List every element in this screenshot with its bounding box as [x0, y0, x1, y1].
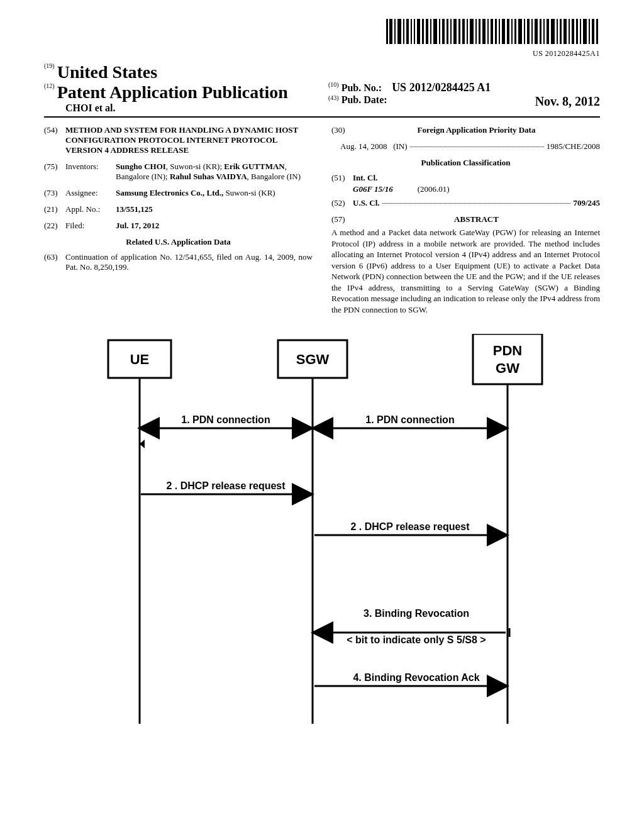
svg-rect-30	[507, 19, 509, 44]
svg-rect-26	[491, 19, 493, 44]
abstract-code: (57)	[331, 214, 353, 224]
svg-rect-52	[596, 19, 598, 44]
filed-code: (22)	[44, 221, 65, 231]
assignee-value: Samsung Electronics Co., Ltd., Suwon-si …	[116, 188, 313, 198]
svg-rect-44	[564, 19, 567, 44]
svg-rect-28	[499, 19, 500, 44]
svg-rect-34	[524, 19, 525, 44]
svg-rect-40	[547, 19, 549, 44]
authors-line: CHOI et al.	[44, 102, 316, 114]
assignee-label: Assignee:	[65, 188, 116, 198]
country: United States	[57, 62, 157, 82]
svg-rect-49	[583, 19, 587, 44]
svg-rect-23	[479, 19, 480, 44]
svg-rect-22	[475, 19, 477, 44]
inventors-value: Sungho CHOI, Suwon-si (KR); Erik GUTTMAN…	[116, 162, 313, 182]
svg-rect-25	[487, 19, 489, 44]
barcode: US 20120284425A1	[44, 19, 600, 58]
filed-value: Jul. 17, 2012	[116, 221, 313, 231]
divider	[44, 116, 600, 118]
msg-dhcp-2: 2 . DHCP release request	[350, 521, 470, 532]
title-code: (54)	[44, 125, 65, 155]
svg-rect-55	[473, 334, 542, 384]
svg-rect-36	[531, 19, 533, 44]
svg-rect-1	[389, 19, 392, 44]
svg-rect-33	[518, 19, 522, 44]
foreign-heading: Foreign Application Priority Data	[418, 125, 536, 135]
svg-rect-43	[560, 19, 562, 44]
svg-rect-12	[433, 19, 437, 44]
svg-rect-46	[572, 19, 574, 44]
dotfill	[382, 203, 571, 204]
country-code: (19)	[44, 62, 55, 69]
related-heading: Related U.S. Application Data	[44, 237, 313, 247]
abstract-label: ABSTRACT	[454, 214, 499, 224]
svg-rect-6	[411, 19, 412, 44]
continuation-code: (63)	[44, 252, 65, 272]
svg-rect-38	[540, 19, 541, 44]
svg-rect-16	[450, 19, 452, 44]
msg-pdn-2: 1. PDN connection	[365, 414, 454, 425]
svg-rect-14	[442, 19, 445, 44]
svg-rect-35	[527, 19, 530, 44]
svg-rect-19	[462, 19, 465, 44]
svg-rect-5	[406, 19, 409, 44]
pubclass-heading: Publication Classification	[331, 158, 600, 168]
invention-title: METHOD AND SYSTEM FOR HANDLING A DYNAMIC…	[65, 125, 313, 155]
svg-rect-39	[543, 19, 545, 44]
svg-rect-0	[386, 19, 388, 44]
svg-rect-50	[589, 19, 590, 44]
svg-rect-51	[592, 19, 594, 44]
barcode-number: US 20120284425A1	[44, 49, 600, 58]
intcl-code: (51)	[331, 173, 353, 183]
sequence-diagram: UE SGW PDN GW 1. PDN connection 1. PDN c…	[89, 334, 555, 724]
assignee-code: (73)	[44, 188, 65, 198]
foreign-date: Aug. 14, 2008	[340, 141, 387, 152]
node-sgw: SGW	[296, 351, 330, 367]
svg-rect-41	[551, 19, 555, 44]
svg-rect-8	[417, 19, 420, 44]
svg-rect-24	[482, 19, 486, 44]
foreign-country: (IN)	[393, 141, 407, 152]
pub-type: Patent Application Publication	[57, 82, 288, 102]
continuation-text: Continuation of application No. 12/541,6…	[65, 252, 313, 272]
svg-rect-4	[403, 19, 404, 44]
svg-rect-42	[557, 19, 558, 44]
node-pdn: PDN	[493, 343, 522, 358]
svg-rect-21	[470, 19, 474, 44]
uscl-code: (52)	[331, 198, 353, 208]
msg-bind-1-sub: < bit to indicate only S 5/S8 >	[347, 634, 486, 645]
svg-rect-15	[447, 19, 448, 44]
svg-rect-37	[535, 19, 538, 44]
svg-rect-3	[397, 19, 401, 44]
inventors-label: Inventors:	[65, 162, 116, 182]
pubdate-label: Pub. Date:	[341, 94, 387, 105]
svg-rect-13	[439, 19, 440, 44]
foreign-code: (30)	[331, 125, 353, 135]
svg-rect-20	[467, 19, 468, 44]
svg-rect-17	[453, 19, 457, 44]
intcl-class: G06F 15/16	[353, 184, 393, 194]
pubno-value: US 2012/0284425 A1	[392, 81, 491, 94]
uscl-value: 709/245	[573, 198, 600, 208]
pubdate-value: Nov. 8, 2012	[535, 94, 600, 109]
applno-label: Appl. No.:	[65, 204, 116, 214]
svg-rect-9	[422, 19, 424, 44]
dotfill	[410, 147, 544, 147]
msg-pdn-1: 1. PDN connection	[181, 414, 270, 425]
svg-rect-2	[394, 19, 396, 44]
msg-bind-1: 3. Binding Revocation	[364, 608, 469, 619]
intcl-date: (2006.01)	[418, 184, 450, 194]
svg-rect-11	[430, 19, 431, 44]
foreign-num: 1985/CHE/2008	[547, 141, 600, 152]
uscl-label: U.S. Cl.	[353, 198, 380, 208]
abstract-text: A method and a Packet data network GateW…	[331, 227, 600, 315]
svg-rect-27	[495, 19, 497, 44]
intcl-label: Int. Cl.	[353, 173, 377, 182]
pubno-label: Pub. No.:	[341, 82, 382, 93]
inventors-code: (75)	[44, 162, 65, 182]
svg-rect-48	[580, 19, 581, 44]
svg-rect-45	[569, 19, 570, 44]
svg-rect-31	[511, 19, 513, 44]
svg-rect-29	[502, 19, 505, 44]
